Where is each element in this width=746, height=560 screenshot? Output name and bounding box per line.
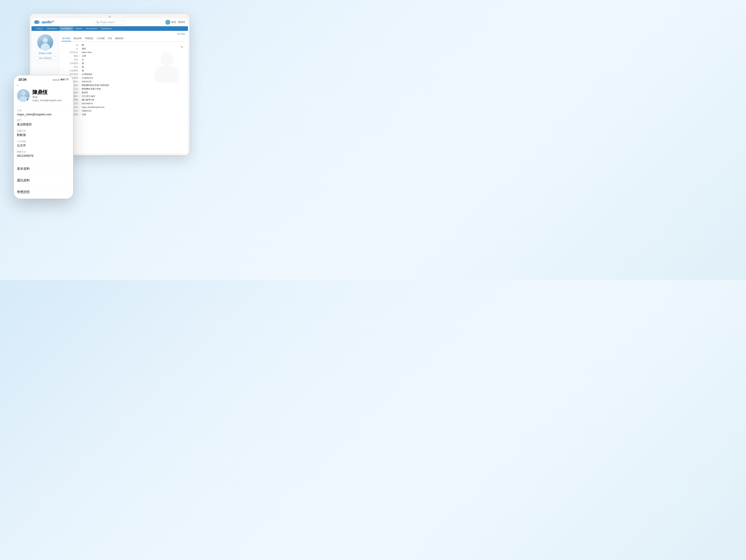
field-value-16: 0912345678 [82, 102, 185, 105]
phone-label-3: 工作地點 [17, 140, 70, 143]
phone-status-bar: 10:34 ▲▲▲ WiFi 77 [14, 76, 73, 82]
field-value-15: 國立臺灣大學 [82, 99, 185, 101]
battery-icon: 77 [66, 78, 68, 81]
user-name: 歡迎．陳鼎恆 [171, 21, 185, 24]
nav-item-foundation[interactable]: Foundation [59, 26, 74, 31]
field-value-10: 2024/01/30 [82, 81, 185, 83]
phone-value-2: 劉毅傑 [17, 133, 70, 137]
phone-label-0: 工號 [17, 109, 70, 112]
user-avatar [165, 20, 170, 25]
phone-icons: ▲▲▲ WiFi 77 [53, 78, 68, 81]
field-value-0: 陳 [82, 44, 185, 47]
field-label-0: 姓： [62, 44, 80, 47]
profile-main: My Data 基本資料 通訊資料 學歷證照 工作經歷 年資 職務程度 ✏️ [59, 31, 188, 153]
phone-email-header: mayo_chen@mayohr.com [32, 99, 62, 102]
tab-seniority[interactable]: 年資 [108, 36, 112, 41]
nav-item-linkup[interactable]: LinkUp [34, 26, 44, 31]
phone-info-4: 聯繫方式 0912345678 [17, 150, 70, 157]
field-value-2: Mayo Chen [82, 51, 185, 54]
wifi-icon: WiFi [60, 78, 65, 81]
profile-avatar [37, 34, 53, 50]
field-value-7: 無 [82, 69, 185, 72]
phone-menu-1[interactable]: 通訊資料 › [17, 175, 70, 186]
field-label-4: 性別： [62, 58, 80, 61]
search-placeholder: People Search [100, 21, 115, 24]
field-value-17: mayo_chen@mayohr.com [82, 106, 185, 109]
back-button[interactable]: ‹ [17, 83, 18, 87]
search-team-input[interactable] [34, 56, 56, 60]
tab-education[interactable]: 學歷證照 [85, 36, 94, 41]
nav-item-payroll[interactable]: Payroll [74, 26, 84, 31]
phone-menu-section: 基本資料 › 通訊資料 › 學歷證照 › [14, 163, 73, 198]
profile-tabs: 基本資料 通訊資料 學歷證照 工作經歷 年資 職務程度 [62, 36, 185, 41]
field-value-11: 輕型機車駕照·普通小型車駕照 [82, 84, 185, 87]
nav-item-recruitment[interactable]: Recruitment [84, 26, 99, 31]
phone-info-section: 工號 mayo_chen@mayohr.com 部門 產品開發部 直屬主管 劉毅… [14, 106, 73, 163]
phone-label-4: 聯繫方式 [17, 150, 70, 153]
phone-menu-0[interactable]: 基本資料 › [17, 163, 70, 175]
field-value-19: 已婚 [82, 113, 185, 116]
app-logo: a apolloHR [34, 20, 54, 25]
phone-nav: ‹ [14, 82, 73, 89]
tab-basic[interactable]: 基本資料 [62, 36, 71, 41]
phone-value-0: mayo_chen@mayohr.com [17, 113, 70, 116]
logo-text: apolloHR [41, 20, 54, 24]
app-header: a apolloHR 🔍 People Search 歡迎．陳鼎恆 [32, 18, 188, 26]
tablet-camera [109, 16, 111, 18]
field-value-4: 女 [82, 58, 185, 61]
phone-info-1: 部門 產品開發部 [17, 119, 70, 126]
phone-name: 陳鼎恆 [32, 89, 62, 95]
field-label-6: 役別： [62, 66, 80, 68]
my-data-link[interactable]: My Data [62, 33, 185, 35]
nav-item-attendance[interactable]: Attendance [45, 26, 59, 31]
phone-profile-header: 陳鼎恆 專員 mayo_chen@mayohr.com [17, 89, 70, 102]
phone-label-1: 部門 [17, 119, 70, 122]
phone-title: 專員 [32, 95, 62, 99]
phone-time: 10:34 [18, 78, 27, 81]
phone-label-2: 直屬主管 [17, 129, 70, 132]
phone-menu-2[interactable]: 學歷證照 › [17, 186, 70, 198]
phone-info-3: 工作地點 台北市 [17, 140, 70, 148]
profile-fields-container: ✏️ 姓： 陳 名： 鼎恆 英文姓名： Mayo C [62, 44, 185, 116]
search-icon: 🔍 [96, 21, 99, 24]
profile-fields: 姓： 陳 名： 鼎恆 英文姓名： Mayo Chen 國籍： 台灣 性別： 女 … [62, 44, 185, 116]
tab-job-level[interactable]: 職務程度 [115, 36, 124, 41]
menu-arrow-2: › [69, 190, 70, 194]
nav-bar: LinkUp Attendance Foundation Payroll Rec… [32, 26, 188, 31]
tab-contact[interactable]: 通訊資料 [73, 36, 82, 41]
nav-item-dashboard[interactable]: Dashboard [99, 26, 113, 31]
field-label-1: 名： [62, 48, 80, 50]
signal-icon: ▲▲▲ [53, 78, 59, 81]
logo-icon: a [34, 20, 41, 25]
field-value-9: A245962378 [82, 77, 185, 80]
field-value-8: 台灣身份證 [82, 73, 185, 76]
edit-icon[interactable]: ✏️ [180, 46, 183, 48]
field-label-5: 兵役狀態： [62, 62, 80, 65]
tab-work-history[interactable]: 工作經歷 [96, 36, 105, 41]
field-value-14: 中文·英文·越文 [82, 95, 185, 98]
field-value-5: 無 [82, 62, 185, 65]
phone-profile-section: 陳鼎恆 專員 mayo_chen@mayohr.com [14, 89, 73, 106]
phone-value-3: 台北市 [17, 144, 70, 148]
edit-avatar-label[interactable]: 更改個人大頭照 [39, 52, 52, 55]
field-value-13: 新住民 [82, 91, 185, 94]
menu-arrow-1: › [69, 179, 70, 182]
phone-info-2: 直屬主管 劉毅傑 [17, 129, 70, 137]
field-value-1: 鼎恆 [82, 48, 185, 50]
field-value-3: 台灣 [82, 55, 185, 58]
field-label-2: 英文姓名： [62, 51, 80, 54]
avatar-badge [26, 98, 29, 101]
phone-value-1: 產品開發部 [17, 122, 70, 126]
user-info-header: 歡迎．陳鼎恆 [165, 20, 185, 25]
field-label-7: 兵役期間： [62, 69, 80, 72]
menu-arrow-0: › [69, 167, 70, 171]
phone-info-0: 工號 mayo_chen@mayohr.com [17, 109, 70, 116]
search-bar[interactable]: 🔍 People Search [94, 20, 126, 25]
phone-device: 10:34 ▲▲▲ WiFi 77 ‹ 陳鼎恆 專員 mayo_chen@may… [14, 76, 73, 199]
field-value-6: 無 [82, 66, 185, 68]
phone-avatar [17, 89, 30, 102]
phone-name-group: 陳鼎恆 專員 mayo_chen@mayohr.com [32, 89, 62, 101]
phone-value-4: 0912345678 [17, 154, 70, 157]
field-label-3: 國籍： [62, 55, 80, 58]
field-value-12: 輕型機車·普通小型車 [82, 88, 185, 90]
